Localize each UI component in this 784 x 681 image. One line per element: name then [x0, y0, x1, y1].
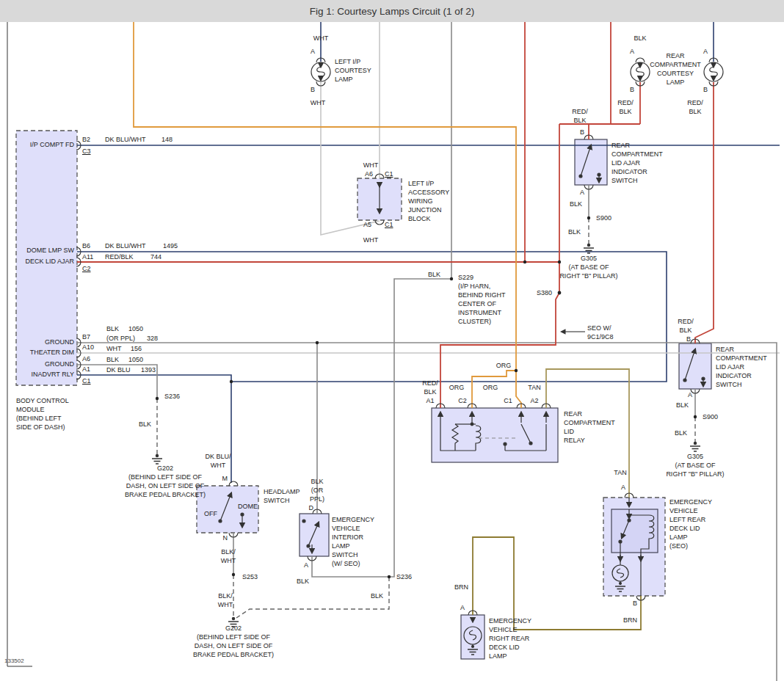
wht-wires: [77, 22, 780, 353]
dk-blu-wires: [77, 22, 780, 483]
tan-wire: [546, 369, 629, 498]
org-wires: [134, 22, 521, 408]
wiring-diagram-page: Fig 1: Courtesy Lamps Circuit (1 of 2): [0, 0, 784, 681]
wiring-diagram-canvas: [0, 0, 784, 681]
blk-wires: [77, 22, 777, 681]
headlamp-switch-box: [197, 486, 258, 533]
body-control-module-box: [16, 131, 77, 385]
rear-compartment-lid-relay-box: [432, 408, 558, 462]
ev-left-deck-lid-lamp-relay-box: [611, 509, 658, 553]
figure-number: 133502: [4, 658, 24, 664]
